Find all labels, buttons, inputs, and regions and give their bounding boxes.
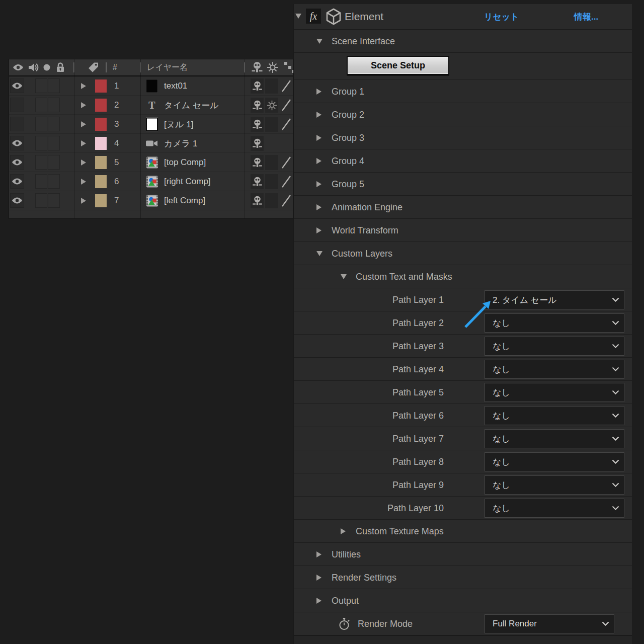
param-dropdown[interactable]: なし — [485, 475, 624, 495]
expand-triangle-icon[interactable] — [316, 89, 321, 95]
frame-blend-icon[interactable] — [267, 61, 279, 73]
group-label[interactable]: Custom Layers — [332, 248, 392, 259]
group-label[interactable]: Group 3 — [332, 132, 364, 143]
param-dropdown[interactable]: なし — [485, 452, 624, 471]
layer-row[interactable]: 6[right Comp] — [9, 172, 293, 191]
stopwatch-icon[interactable] — [338, 617, 351, 630]
eye-toggle[interactable] — [10, 98, 24, 112]
shy-icon[interactable] — [251, 61, 264, 74]
lock-toggle[interactable] — [48, 117, 60, 131]
collapse-triangle-icon[interactable] — [316, 39, 323, 44]
param-dropdown[interactable]: なし — [485, 360, 624, 379]
frame-blend-toggle[interactable] — [265, 155, 278, 170]
layer-label-swatch[interactable] — [95, 118, 107, 131]
expand-triangle-icon[interactable] — [341, 528, 346, 534]
layer-row[interactable]: 2Tタイム セール — [9, 96, 293, 115]
group-label[interactable]: Group 5 — [332, 179, 364, 189]
layer-row[interactable]: 3[ヌル 1] — [9, 115, 293, 134]
expand-triangle-icon[interactable] — [316, 158, 321, 164]
scene-setup-button[interactable]: Scene Setup — [347, 56, 449, 75]
solo-toggle[interactable] — [35, 78, 47, 93]
group-label[interactable]: Animation Engine — [332, 202, 403, 212]
layer-name[interactable]: [left Comp] — [164, 196, 205, 206]
eye-toggle[interactable] — [10, 117, 24, 131]
group-label[interactable]: Group 1 — [332, 86, 364, 97]
expand-triangle-icon[interactable] — [81, 83, 86, 89]
param-dropdown[interactable]: 2. タイム セール — [485, 290, 624, 309]
frame-blend-toggle[interactable] — [265, 117, 278, 132]
eye-toggle[interactable] — [10, 174, 24, 189]
expand-triangle-icon[interactable] — [81, 179, 86, 185]
solo-icon[interactable] — [43, 63, 51, 71]
eye-icon[interactable] — [12, 64, 24, 71]
layer-label-swatch[interactable] — [95, 137, 107, 150]
blend-mode-switch[interactable] — [280, 98, 293, 113]
layer-name[interactable]: タイム セール — [164, 99, 219, 111]
expand-triangle-icon[interactable] — [316, 598, 321, 604]
layer-row[interactable]: 4カメラ 1 — [9, 134, 293, 153]
group-label[interactable]: Custom Text and Masks — [356, 271, 452, 282]
solo-toggle[interactable] — [35, 136, 47, 150]
layer-name[interactable]: カメラ 1 — [164, 137, 197, 149]
shy-toggle[interactable] — [251, 155, 264, 170]
info-link[interactable]: 情報... — [574, 11, 598, 23]
frame-blend-toggle[interactable] — [265, 98, 278, 113]
eye-toggle[interactable] — [10, 78, 24, 93]
group-label[interactable]: Group 4 — [332, 155, 364, 166]
expand-triangle-icon[interactable] — [316, 181, 321, 187]
blend-mode-switch[interactable] — [280, 78, 293, 94]
param-dropdown[interactable]: なし — [485, 429, 624, 448]
expand-triangle-icon[interactable] — [316, 204, 321, 210]
group-label[interactable]: Utilities — [332, 549, 361, 559]
frame-blend-toggle[interactable] — [265, 193, 278, 208]
group-label[interactable]: Scene Interface — [332, 36, 395, 46]
shy-toggle[interactable] — [251, 98, 264, 113]
blend-mode-switch[interactable] — [280, 174, 293, 189]
lock-toggle[interactable] — [48, 193, 60, 208]
shy-toggle[interactable] — [251, 136, 264, 151]
param-dropdown[interactable]: なし — [485, 313, 624, 333]
group-label[interactable]: World Transform — [332, 225, 398, 235]
frame-blend-toggle[interactable] — [265, 78, 278, 94]
expand-triangle-icon[interactable] — [316, 112, 321, 118]
group-label[interactable]: Render Settings — [332, 572, 396, 583]
shy-toggle[interactable] — [251, 117, 264, 132]
group-label[interactable]: Group 2 — [332, 109, 364, 120]
speaker-icon[interactable] — [28, 62, 39, 72]
layer-row[interactable]: 5[top Comp] — [9, 153, 293, 172]
expand-triangle-icon[interactable] — [81, 198, 86, 204]
label-icon[interactable] — [88, 62, 99, 73]
expand-triangle-icon[interactable] — [316, 551, 321, 557]
layer-label-swatch[interactable] — [95, 156, 107, 169]
collapse-triangle-icon[interactable] — [316, 251, 323, 256]
reset-link[interactable]: リセット — [484, 11, 519, 23]
expand-triangle-icon[interactable] — [81, 159, 86, 166]
solo-toggle[interactable] — [35, 98, 47, 112]
eye-toggle[interactable] — [10, 193, 24, 208]
collapse-triangle-icon[interactable] — [341, 274, 347, 279]
shy-toggle[interactable] — [251, 193, 264, 208]
param-dropdown[interactable]: なし — [485, 383, 624, 402]
fx-badge-icon[interactable]: fx — [306, 9, 321, 24]
layer-name[interactable]: [top Comp] — [164, 157, 206, 168]
expand-triangle-icon[interactable] — [316, 227, 321, 233]
layer-name[interactable]: text01 — [164, 81, 187, 91]
lock-toggle[interactable] — [48, 136, 60, 150]
expand-triangle-icon[interactable] — [316, 135, 321, 141]
collapse-triangle-icon[interactable] — [295, 14, 301, 19]
lock-toggle[interactable] — [48, 98, 60, 112]
blend-mode-switch[interactable] — [280, 155, 293, 170]
solo-toggle[interactable] — [35, 155, 47, 170]
frame-blend-toggle[interactable] — [265, 174, 278, 189]
param-dropdown[interactable]: Full Render — [485, 614, 614, 633]
expand-triangle-icon[interactable] — [81, 121, 86, 127]
layer-label-swatch[interactable] — [95, 194, 107, 207]
group-label[interactable]: Custom Texture Maps — [356, 526, 444, 536]
group-label[interactable]: Output — [332, 595, 359, 606]
expand-triangle-icon[interactable] — [316, 575, 321, 581]
eye-toggle[interactable] — [10, 136, 24, 150]
expand-triangle-icon[interactable] — [81, 140, 86, 146]
blend-mode-switch[interactable] — [280, 193, 293, 208]
solo-toggle[interactable] — [35, 174, 47, 189]
shy-toggle[interactable] — [251, 174, 264, 189]
